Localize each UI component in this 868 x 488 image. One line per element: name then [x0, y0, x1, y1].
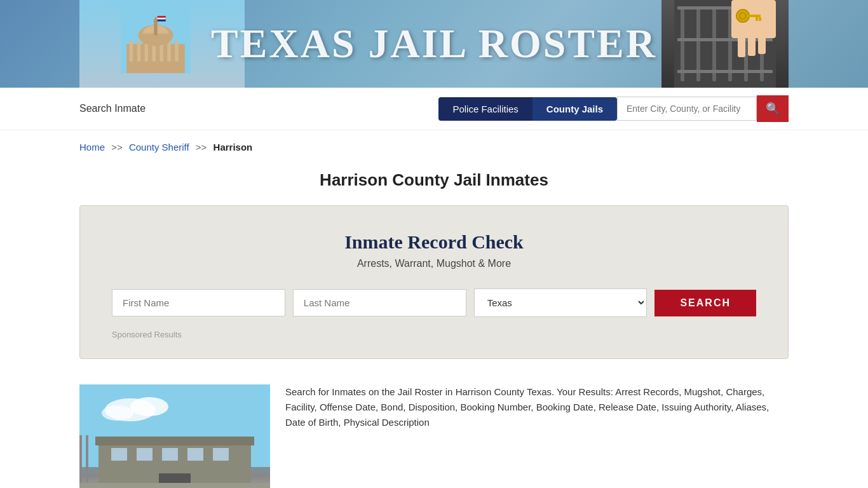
svg-rect-35 — [756, 17, 758, 21]
county-jails-button[interactable]: County Jails — [532, 97, 617, 121]
page-title: Harrison County Jail Inmates — [0, 170, 868, 190]
capitol-dome-icon — [118, 3, 194, 73]
nav-search-label: Search Inmate — [79, 103, 426, 114]
svg-rect-3 — [137, 41, 141, 62]
svg-rect-51 — [79, 483, 270, 488]
search-record-button[interactable]: SEARCH — [654, 290, 756, 316]
nav-facility-buttons: Police Facilities County Jails 🔍 — [438, 95, 789, 122]
breadcrumb-separator-1: >> — [111, 142, 123, 152]
facility-search-button[interactable]: 🔍 — [757, 95, 789, 122]
svg-rect-7 — [167, 41, 171, 62]
svg-rect-30 — [748, 32, 756, 56]
svg-rect-15 — [158, 16, 166, 18]
page-title-section: Harrison County Jail Inmates — [0, 159, 868, 205]
bottom-description: Search for Inmates on the Jail Roster in… — [270, 384, 789, 488]
svg-rect-43 — [111, 448, 127, 461]
facility-image — [79, 384, 270, 488]
state-select[interactable]: AlabamaAlaskaArizonaArkansasCaliforniaCo… — [474, 288, 648, 317]
breadcrumb-current: Harrison — [214, 142, 253, 152]
sponsored-results-label: Sponsored Results — [112, 330, 756, 339]
svg-point-39 — [130, 397, 168, 416]
svg-rect-46 — [187, 448, 203, 461]
first-name-input[interactable] — [112, 289, 285, 316]
svg-rect-44 — [137, 448, 153, 461]
site-title: Texas Jail Roster — [211, 20, 657, 67]
police-facilities-button[interactable]: Police Facilities — [438, 97, 532, 121]
keys-background — [661, 0, 789, 88]
nav-bar: Search Inmate Police Facilities County J… — [0, 88, 868, 130]
svg-rect-45 — [162, 448, 178, 461]
svg-rect-17 — [158, 20, 166, 22]
svg-rect-34 — [748, 15, 761, 17]
svg-rect-8 — [175, 41, 179, 62]
svg-rect-36 — [759, 17, 761, 21]
svg-rect-12 — [154, 21, 158, 36]
svg-rect-27 — [677, 70, 773, 73]
breadcrumb-home[interactable]: Home — [79, 142, 105, 152]
svg-rect-49 — [79, 435, 82, 488]
record-check-title: Inmate Record Check — [112, 231, 756, 253]
last-name-input[interactable] — [293, 289, 466, 316]
svg-rect-29 — [738, 32, 745, 57]
breadcrumb: Home >> County Sheriff >> Harrison — [0, 130, 868, 159]
svg-point-40 — [102, 405, 133, 421]
facility-image-svg — [79, 384, 270, 488]
svg-rect-47 — [213, 448, 229, 461]
record-check-container: Inmate Record Check Arrests, Warrant, Mu… — [79, 205, 789, 359]
breadcrumb-separator-2: >> — [196, 142, 207, 152]
svg-rect-42 — [95, 437, 254, 445]
svg-rect-16 — [158, 18, 166, 20]
svg-rect-2 — [130, 41, 133, 62]
facility-search-input[interactable] — [617, 97, 757, 121]
bottom-section: Search for Inmates on the Jail Roster in… — [79, 378, 789, 488]
search-icon: 🔍 — [766, 102, 780, 116]
svg-point-32 — [736, 10, 749, 22]
svg-rect-50 — [86, 435, 88, 488]
svg-rect-31 — [758, 32, 766, 54]
header-banner: Texas Jail Roster — [0, 0, 868, 88]
keys-icon — [674, 0, 776, 88]
breadcrumb-county-sheriff[interactable]: County Sheriff — [129, 142, 189, 152]
record-check-subtitle: Arrests, Warrant, Mugshot & More — [112, 258, 756, 269]
record-check-form: AlabamaAlaskaArizonaArkansasCaliforniaCo… — [112, 288, 756, 317]
